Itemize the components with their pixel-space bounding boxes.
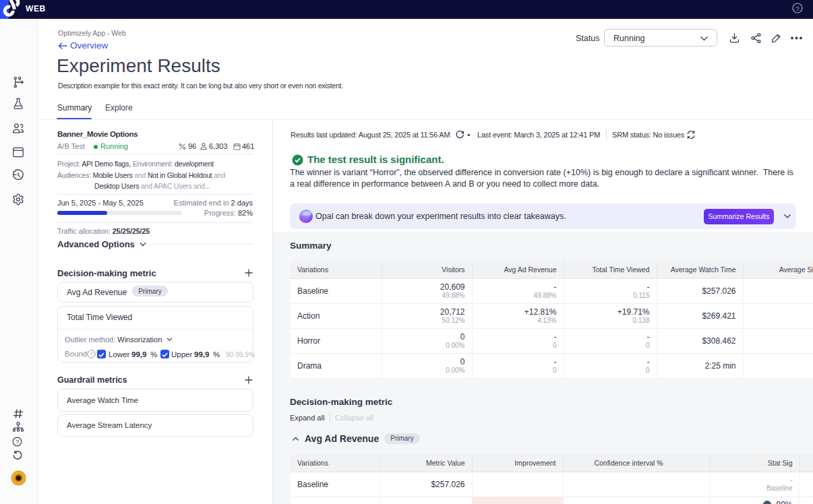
svg-text:?: ?	[90, 351, 93, 357]
svg-text:?: ?	[795, 5, 799, 12]
svg-text:?: ?	[16, 439, 19, 445]
